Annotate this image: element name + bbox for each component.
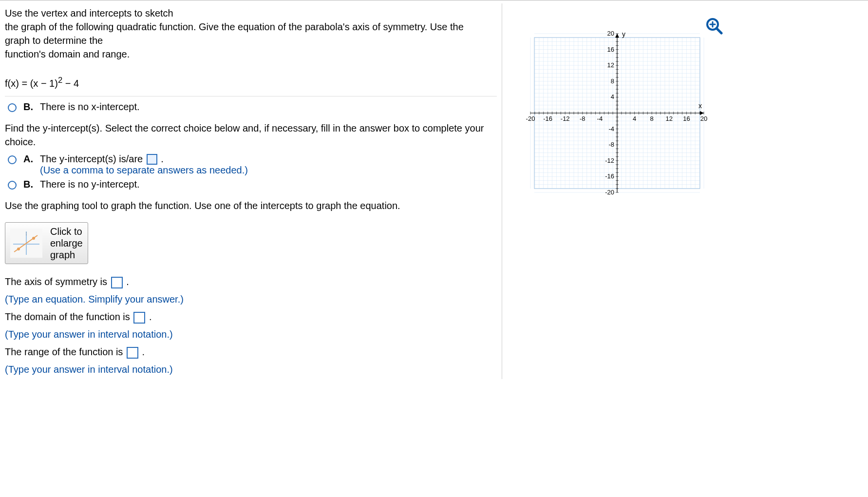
svg-text:4: 4 (633, 115, 636, 122)
x-intercept-option-b[interactable]: B. There is no x-intercept. (5, 101, 497, 113)
radio-icon[interactable] (8, 155, 17, 164)
choice-text: There is no y-intercept. (40, 179, 497, 190)
svg-text:4: 4 (611, 93, 614, 100)
svg-text:-20: -20 (605, 189, 614, 196)
radio-icon[interactable] (8, 181, 17, 190)
choice-text-before: The y-intercept(s) is/are (40, 153, 146, 164)
range-line: The range of the function is . (5, 344, 497, 360)
svg-text:16: 16 (683, 115, 690, 122)
question-line-3: graph to determine the (5, 35, 103, 46)
graph-button-label: Click to enlarge graph (50, 226, 83, 261)
svg-text:20: 20 (607, 30, 614, 37)
svg-point-4 (17, 248, 20, 250)
y-intercept-option-a[interactable]: A. The y-intercept(s) is/are . (Use a co… (5, 153, 497, 176)
svg-point-5 (32, 237, 35, 240)
graph-prompt: Use the graphing tool to graph the funct… (5, 199, 497, 212)
svg-text:-4: -4 (608, 125, 614, 133)
choice-text-after: . (161, 153, 164, 164)
svg-text:-4: -4 (597, 115, 603, 122)
svg-text:-12: -12 (605, 157, 614, 164)
axis-symmetry-hint: (Type an equation. Simplify your answer.… (5, 291, 497, 307)
svg-line-7 (717, 28, 721, 33)
graph-panel: -20-16-12-8-448121620-20-16-12-8-4481216… (502, 3, 736, 379)
axis-symmetry-input[interactable] (111, 277, 123, 288)
question-line-2: the graph of the following quadratic fun… (5, 21, 464, 32)
y-intercept-option-b[interactable]: B. There is no y-intercept. (5, 179, 497, 190)
question-text: Use the vertex and intercepts to sketch … (5, 6, 497, 61)
radio-icon[interactable] (8, 103, 17, 112)
y-intercept-input[interactable] (147, 154, 157, 165)
svg-text:-20: -20 (526, 115, 535, 122)
svg-text:y: y (622, 30, 625, 38)
svg-text:12: 12 (666, 115, 673, 122)
choice-hint: (Use a comma to separate answers as need… (40, 165, 248, 175)
choice-label: B. (23, 179, 35, 190)
svg-text:8: 8 (611, 77, 614, 85)
svg-text:-8: -8 (608, 141, 614, 148)
range-hint: (Type your answer in interval notation.) (5, 362, 497, 377)
svg-text:16: 16 (607, 46, 614, 53)
question-line-4: function's domain and range. (5, 49, 130, 59)
svg-text:x: x (698, 102, 702, 110)
choice-label: B. (23, 101, 35, 113)
svg-text:-8: -8 (580, 115, 585, 122)
enlarge-graph-button[interactable]: Click to enlarge graph (5, 222, 88, 264)
domain-line: The domain of the function is . (5, 309, 497, 325)
svg-marker-95 (700, 111, 704, 115)
coordinate-plane[interactable]: -20-16-12-8-448121620-20-16-12-8-4481216… (520, 23, 715, 203)
svg-marker-96 (615, 34, 619, 38)
svg-text:12: 12 (607, 61, 614, 69)
y-intercept-prompt: Find the y-intercept(s). Select the corr… (5, 121, 497, 149)
axis-symmetry-line: The axis of symmetry is . (5, 274, 497, 289)
question-line-1: Use the vertex and intercepts to sketch (5, 8, 173, 19)
zoom-in-icon[interactable] (705, 17, 723, 35)
range-input[interactable] (127, 347, 138, 359)
choice-label: A. (23, 153, 35, 165)
domain-hint: (Type your answer in interval notation.) (5, 326, 497, 342)
domain-input[interactable] (133, 312, 145, 324)
svg-text:-12: -12 (561, 115, 570, 122)
function-expression: f(x) = (x − 1)2 − 4 (5, 76, 497, 89)
graph-thumbnail-icon (10, 229, 42, 258)
question-panel: Use the vertex and intercepts to sketch … (5, 3, 502, 379)
choice-text: There is no x-intercept. (40, 101, 497, 113)
svg-text:-16: -16 (543, 115, 552, 122)
svg-text:20: 20 (700, 115, 707, 122)
svg-text:-16: -16 (605, 172, 614, 180)
svg-text:8: 8 (650, 115, 654, 122)
